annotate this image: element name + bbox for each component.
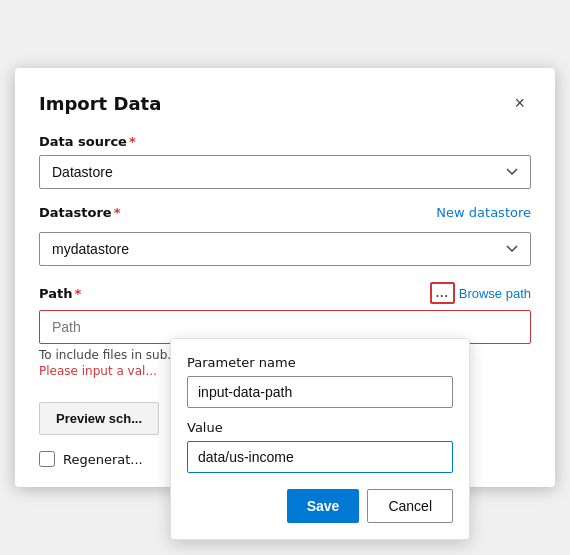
param-name-label: Parameter name bbox=[187, 355, 453, 370]
value-label: Value bbox=[187, 420, 453, 435]
import-data-modal: Import Data × Data source* Datastore Dat… bbox=[15, 68, 555, 487]
save-button[interactable]: Save bbox=[287, 489, 360, 523]
parameter-popup: Parameter name Value Save Cancel bbox=[170, 338, 470, 540]
browse-path-button[interactable]: ... Browse path bbox=[430, 282, 531, 304]
datastore-header-row: Datastore* New datastore bbox=[39, 205, 531, 220]
close-button[interactable]: × bbox=[508, 92, 531, 114]
popup-actions: Save Cancel bbox=[187, 489, 453, 523]
regenerate-checkbox[interactable] bbox=[39, 451, 55, 467]
browse-path-label: Browse path bbox=[459, 286, 531, 301]
datastore-group: Datastore* New datastore mydatastore bbox=[39, 205, 531, 266]
path-label: Path* bbox=[39, 286, 81, 301]
modal-backdrop: Import Data × Data source* Datastore Dat… bbox=[0, 0, 570, 555]
data-source-label: Data source* bbox=[39, 134, 531, 149]
modal-title: Import Data bbox=[39, 93, 161, 114]
value-input[interactable] bbox=[187, 441, 453, 473]
datastore-label: Datastore* bbox=[39, 205, 120, 220]
preview-schema-button[interactable]: Preview sch... bbox=[39, 402, 159, 435]
new-datastore-link[interactable]: New datastore bbox=[436, 205, 531, 220]
cancel-button[interactable]: Cancel bbox=[367, 489, 453, 523]
data-source-group: Data source* Datastore bbox=[39, 134, 531, 189]
data-source-select[interactable]: Datastore bbox=[39, 155, 531, 189]
modal-header: Import Data × bbox=[39, 92, 531, 114]
param-name-input[interactable] bbox=[187, 376, 453, 408]
regenerate-label: Regenerat... bbox=[63, 452, 143, 467]
datastore-select[interactable]: mydatastore bbox=[39, 232, 531, 266]
dots-icon: ... bbox=[430, 282, 455, 304]
